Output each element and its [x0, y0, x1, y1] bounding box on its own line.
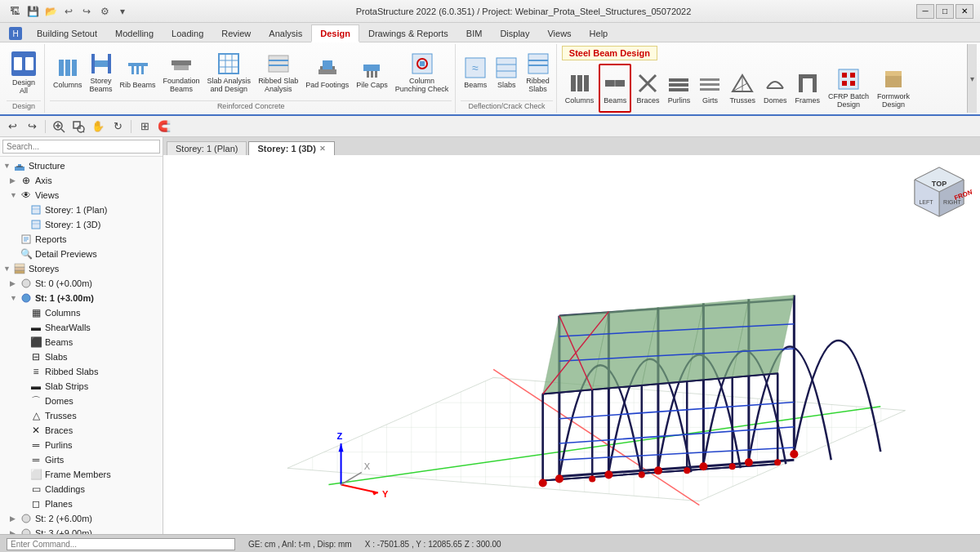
- snap-button[interactable]: 🧲: [155, 118, 173, 135]
- open-btn[interactable]: 📂: [42, 4, 59, 19]
- tree-item-detail-previews[interactable]: 🔍 Detail Previews: [0, 247, 163, 261]
- tree-item-slab-strips[interactable]: ▬ Slab Strips: [0, 379, 163, 394]
- tab-review[interactable]: Review: [212, 24, 260, 42]
- dropdown-btn[interactable]: ▾: [114, 4, 131, 19]
- zoom-window-button[interactable]: [69, 118, 87, 135]
- tree-item-storey1-plan[interactable]: Storey: 1 (Plan): [0, 203, 163, 217]
- tree-item-girts[interactable]: ═ Girts: [0, 452, 163, 467]
- command-input[interactable]: [7, 538, 235, 550]
- viewport-tab-bar: Storey: 1 (Plan) Storey: 1 (3D) ✕: [163, 137, 980, 155]
- tree-item-ribbed-slabs[interactable]: ≡ Ribbed Slabs: [0, 364, 163, 379]
- tree-item-st0[interactable]: ▶ St: 0 (+0.00m): [0, 276, 163, 291]
- tab-design[interactable]: Design: [311, 24, 359, 42]
- tree-item-views[interactable]: ▼ 👁 Views: [0, 188, 163, 203]
- viewport-canvas[interactable]: Z Y X TOP RIGHT LEFT: [163, 155, 980, 534]
- column-punching-button[interactable]: ColumnPunching Check: [392, 48, 452, 97]
- ribbon-tab-bar: H Building Setout Modelling Loading Revi…: [0, 23, 980, 42]
- cfrp-batch-button[interactable]: CFRP BatchDesign: [825, 64, 872, 113]
- ribbon-collapse-button[interactable]: ▾: [967, 44, 977, 113]
- formwork-button[interactable]: FormworkDesign: [874, 64, 913, 113]
- tree-item-frame-members[interactable]: ⬜ Frame Members: [0, 467, 163, 482]
- slab-analysis-icon: [217, 52, 240, 75]
- foundation-beams-button[interactable]: FoundationBeams: [160, 48, 203, 97]
- group-design-items: DesignAll: [7, 46, 41, 99]
- redo-button[interactable]: ↪: [23, 118, 41, 135]
- domes-steel-button[interactable]: Domes: [760, 64, 791, 113]
- tab-home[interactable]: H: [3, 24, 28, 42]
- columns-rc-button[interactable]: Columns: [50, 48, 86, 97]
- undo-qa-btn[interactable]: ↩: [60, 4, 77, 19]
- girts-steel-button[interactable]: Girts: [695, 64, 724, 113]
- tab-modelling[interactable]: Modelling: [106, 24, 163, 42]
- tree-item-claddings[interactable]: ▭ Claddings: [0, 482, 163, 496]
- purlins-tree-icon: ═: [29, 438, 42, 452]
- viewport-tab-storey1-3d[interactable]: Storey: 1 (3D) ✕: [248, 141, 335, 155]
- orbit-button[interactable]: ↻: [109, 118, 127, 135]
- rib-beams-button[interactable]: Rib Beams: [117, 48, 159, 97]
- tab-building-setout[interactable]: Building Setout: [28, 24, 106, 42]
- tab-views[interactable]: Views: [538, 24, 580, 42]
- tree-item-purlins[interactable]: ═ Purlins: [0, 438, 163, 452]
- tab-bim[interactable]: BIM: [457, 24, 492, 42]
- ribbed-slab-button[interactable]: Ribbed SlabAnalysis: [255, 48, 301, 97]
- beams-deflection-button[interactable]: ≈ Beams: [461, 48, 490, 97]
- slab-analysis-button[interactable]: Slab Analysisand Design: [204, 48, 255, 97]
- svg-rect-62: [799, 74, 817, 78]
- pad-footings-button[interactable]: Pad Footings: [302, 48, 352, 97]
- pan-button[interactable]: ✋: [89, 118, 107, 135]
- grid-button[interactable]: ⊞: [136, 118, 154, 135]
- tab-close-icon[interactable]: ✕: [319, 145, 326, 153]
- tree-item-planes[interactable]: ◻ Planes: [0, 496, 163, 511]
- tree-item-columns[interactable]: ▦ Columns: [0, 305, 163, 320]
- purlins-steel-button[interactable]: Purlins: [664, 64, 693, 113]
- redo-qa-btn[interactable]: ↪: [78, 4, 95, 19]
- ribbed-slabs-deflection-button[interactable]: RibbedSlabs: [523, 48, 553, 97]
- undo-button[interactable]: ↩: [3, 118, 21, 135]
- storey-beams-button[interactable]: StoreyBeams: [87, 48, 116, 97]
- formwork-label: FormworkDesign: [877, 92, 910, 109]
- tab-drawings-reports[interactable]: Drawings & Reports: [359, 24, 457, 42]
- save-btn[interactable]: 💾: [24, 4, 41, 19]
- tree-item-structure[interactable]: ▼ Structure: [0, 158, 163, 173]
- tree-item-domes[interactable]: ⌒ Domes: [0, 394, 163, 408]
- tree-item-storeys[interactable]: ▼ Storeys: [0, 261, 163, 276]
- pile-caps-button[interactable]: Pile Caps: [353, 48, 391, 97]
- tab-analysis[interactable]: Analysis: [260, 24, 311, 42]
- app-icon[interactable]: 🏗: [7, 4, 23, 19]
- tree-item-storey1-3d[interactable]: Storey: 1 (3D): [0, 217, 163, 232]
- braces-steel-button[interactable]: Braces: [633, 64, 662, 113]
- slabs-deflection-button[interactable]: Slabs: [492, 48, 521, 97]
- tree-item-shearwalls[interactable]: ▬ ShearWalls: [0, 320, 163, 335]
- tree-item-braces[interactable]: ✕ Braces: [0, 423, 163, 438]
- tree-item-st1[interactable]: ▼ St: 1 (+3.00m): [0, 291, 163, 305]
- columns-steel-button[interactable]: Columns: [562, 64, 598, 113]
- tree-item-reports[interactable]: Reports: [0, 232, 163, 247]
- design-all-button[interactable]: DesignAll: [7, 48, 41, 97]
- svg-rect-81: [32, 206, 40, 214]
- tree-item-st2[interactable]: ▶ St: 2 (+6.00m): [0, 511, 163, 526]
- frames-steel-button[interactable]: Frames: [792, 64, 824, 113]
- view-cube[interactable]: TOP RIGHT LEFT FRONT: [906, 163, 972, 220]
- svg-rect-52: [669, 88, 688, 91]
- search-input[interactable]: [2, 140, 160, 154]
- tree-item-st3[interactable]: ▶ St: 3 (+9.00m): [0, 526, 163, 534]
- tab-loading[interactable]: Loading: [163, 24, 212, 42]
- beams-steel-button[interactable]: Beams: [599, 64, 631, 113]
- close-button[interactable]: ✕: [956, 4, 973, 19]
- trusses-steel-button[interactable]: Trusses: [726, 64, 759, 113]
- tab-display[interactable]: Display: [491, 24, 538, 42]
- restore-button[interactable]: □: [936, 4, 954, 19]
- tab-help[interactable]: Help: [581, 24, 617, 42]
- tree-item-axis[interactable]: ▶ ⊕ Axis: [0, 173, 163, 188]
- svg-rect-53: [700, 78, 719, 81]
- settings-btn[interactable]: ⚙: [96, 4, 113, 19]
- tree-item-trusses[interactable]: △ Trusses: [0, 408, 163, 423]
- svg-rect-11: [128, 63, 148, 66]
- tree-item-beams[interactable]: ⬛ Beams: [0, 335, 163, 349]
- zoom-all-button[interactable]: [50, 118, 68, 135]
- domes-tree-icon: ⌒: [29, 394, 42, 407]
- minimize-button[interactable]: ─: [916, 4, 934, 19]
- columns-tree-icon: ▦: [29, 306, 42, 319]
- tree-item-slabs[interactable]: ⊟ Slabs: [0, 349, 163, 364]
- viewport-tab-storey1-plan[interactable]: Storey: 1 (Plan): [167, 141, 247, 155]
